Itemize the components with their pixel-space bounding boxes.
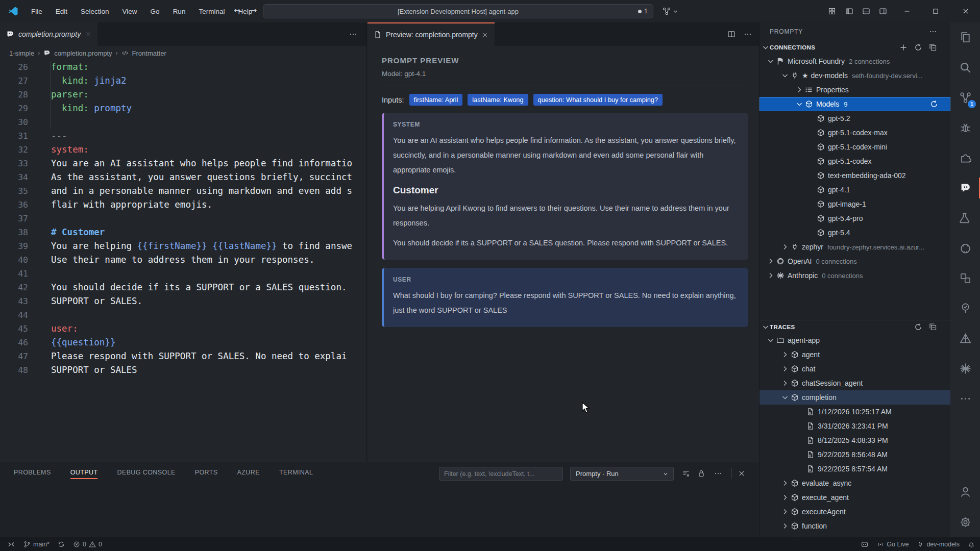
tree-item-model[interactable]: gpt-4.1 <box>760 183 950 197</box>
activity-testing[interactable] <box>950 203 980 233</box>
connections-section-header[interactable]: CONNECTIONS <box>760 41 950 54</box>
tree-item-model[interactable]: gpt-5.4 <box>760 226 950 240</box>
window-close-icon[interactable] <box>962 7 970 15</box>
tree-item-model[interactable]: gpt-image-1 <box>760 197 950 211</box>
activity-references[interactable] <box>950 263 980 293</box>
tab-close-icon[interactable] <box>482 32 488 38</box>
editor-actions-more-icon[interactable] <box>349 30 357 38</box>
git-branch-status[interactable]: main* <box>23 541 50 548</box>
tab-output[interactable]: OUTPUT <box>70 462 98 483</box>
tree-item-microsoft-foundry[interactable]: Microsoft Foundry2 connections <box>760 54 950 68</box>
toggle-secondary-sidebar-icon[interactable] <box>879 7 887 15</box>
tree-item-trace-run[interactable]: 3/31/2026 3:23:41 PM <box>760 419 950 433</box>
problems-status[interactable]: 0 0 <box>73 541 102 548</box>
settings-button[interactable] <box>950 507 980 537</box>
nav-back-icon[interactable]: ← <box>234 6 240 15</box>
tab-problems[interactable]: PROBLEMS <box>14 462 51 483</box>
menu-edit[interactable]: Edit <box>49 4 74 19</box>
breadcrumb-folder[interactable]: 1-simple <box>9 49 34 57</box>
activity-source-control[interactable]: 1 <box>950 83 980 113</box>
tab-ports[interactable]: PORTS <box>195 462 218 483</box>
remote-indicator[interactable] <box>7 540 15 548</box>
lock-scroll-icon[interactable] <box>697 469 705 478</box>
tree-item-properties[interactable]: Properties <box>760 83 950 97</box>
tab-debug-console[interactable]: DEBUG CONSOLE <box>117 462 175 483</box>
toggle-sidebar-icon[interactable] <box>845 7 853 15</box>
activity-debug[interactable] <box>950 113 980 143</box>
go-live-button[interactable]: Go Live <box>877 541 909 548</box>
code-editor[interactable]: 26format: 27 kind: jinja2 28parser: 29 k… <box>0 60 366 462</box>
activity-github[interactable] <box>950 233 980 263</box>
tree-item-model[interactable]: gpt-5.2 <box>760 111 950 126</box>
traces-section-header[interactable]: TRACES <box>760 320 950 333</box>
refresh-connections-icon[interactable] <box>914 43 922 52</box>
panel-more-actions-icon[interactable] <box>714 469 722 478</box>
command-center-search[interactable]: [Extension Development Host] agent-app 1 <box>263 4 653 18</box>
tree-item-trace-clipped[interactable] <box>760 533 950 537</box>
tab-azure[interactable]: AZURE <box>237 462 260 483</box>
tree-item-trace[interactable]: executeAgent <box>760 505 950 519</box>
tree-item-dev-models[interactable]: ★ dev-modelsseth-foundry-dev.servi... <box>760 68 950 83</box>
tree-item-model[interactable]: gpt-5.1-codex <box>760 154 950 168</box>
menu-file[interactable]: File <box>24 4 49 19</box>
tree-item-zephyr[interactable]: zephyrfoundry-zephyr.services.ai.azur... <box>760 240 950 254</box>
tree-item-trace-run[interactable]: 9/22/2025 8:56:48 AM <box>760 447 950 462</box>
menu-terminal[interactable]: Terminal <box>192 4 231 19</box>
tree-item-model[interactable]: gpt-5.1-codex-max <box>760 126 950 140</box>
nav-forward-icon[interactable]: → <box>250 6 257 15</box>
tree-item-trace[interactable]: chatSession_agent <box>760 376 950 390</box>
tree-item-model[interactable]: text-embedding-ada-002 <box>760 168 950 183</box>
tab-preview-completion-prompty[interactable]: Preview: completion.prompty <box>368 22 495 46</box>
activity-triangle-tool[interactable] <box>950 323 980 354</box>
refresh-models-icon[interactable] <box>930 100 938 108</box>
tab-completion-prompty[interactable]: completion.prompty <box>0 22 97 46</box>
add-connection-icon[interactable] <box>899 43 908 52</box>
menu-view[interactable]: View <box>116 4 144 19</box>
tree-item-openai[interactable]: OpenAI0 connections <box>760 254 950 268</box>
session-dropdown-button[interactable] <box>663 5 679 18</box>
activity-extensions[interactable] <box>950 143 980 173</box>
tab-terminal[interactable]: TERMINAL <box>279 462 313 483</box>
activity-search[interactable] <box>950 53 980 83</box>
input-chip-question[interactable]: question: What should I buy for camping? <box>533 94 663 106</box>
tree-item-trace[interactable]: chat <box>760 362 950 376</box>
breadcrumb-file[interactable]: completion.prompty <box>54 49 112 57</box>
tree-item-agent-app[interactable]: agent-app <box>760 333 950 347</box>
customize-layout-icon[interactable] <box>828 7 836 15</box>
output-channel-select[interactable]: Prompty · Run <box>570 467 674 481</box>
menu-selection[interactable]: Selection <box>74 4 116 19</box>
window-minimize-icon[interactable] <box>903 7 911 15</box>
close-panel-icon[interactable] <box>738 469 746 478</box>
tree-item-trace-run[interactable]: 1/12/2026 10:25:17 AM <box>760 405 950 419</box>
tree-item-trace-run[interactable]: 9/22/2025 8:57:54 AM <box>760 462 950 476</box>
split-editor-icon[interactable] <box>727 30 736 38</box>
input-chip-lastname[interactable]: lastName: Kwong <box>468 94 528 106</box>
activity-prompty[interactable] <box>950 173 980 203</box>
tree-item-trace-run[interactable]: 8/12/2025 4:08:33 PM <box>760 433 950 447</box>
clear-output-icon[interactable] <box>682 469 690 478</box>
tree-item-trace[interactable]: evaluate_async <box>760 476 950 490</box>
tree-item-trace[interactable]: execute_agent <box>760 490 950 505</box>
tree-item-models[interactable]: Models9 <box>760 97 950 111</box>
collapse-all-icon[interactable] <box>929 43 937 52</box>
collapse-all-icon[interactable] <box>929 323 937 331</box>
refresh-traces-icon[interactable] <box>914 323 922 331</box>
sync-button[interactable] <box>58 541 65 548</box>
account-button[interactable] <box>950 477 980 507</box>
output-filter-input[interactable]: Filter (e.g. text, !excludeText, t... <box>439 467 563 481</box>
window-maximize-icon[interactable] <box>932 7 940 15</box>
notifications-button[interactable] <box>968 541 975 548</box>
breadcrumb-symbol[interactable]: Frontmatter <box>132 49 166 57</box>
tree-item-trace[interactable]: function <box>760 519 950 533</box>
copilot-status[interactable] <box>861 540 869 548</box>
toggle-panel-icon[interactable] <box>862 7 870 15</box>
tab-close-icon[interactable] <box>85 31 91 38</box>
activity-claude[interactable] <box>950 354 980 384</box>
input-chip-firstname[interactable]: firstName: April <box>409 94 463 106</box>
activity-more-views[interactable] <box>950 384 980 414</box>
menu-go[interactable]: Go <box>144 4 166 19</box>
tree-item-model[interactable]: gpt-5.4-pro <box>760 211 950 226</box>
sidebar-more-actions-icon[interactable] <box>929 28 937 36</box>
editor-actions-more-icon[interactable] <box>744 30 752 38</box>
tree-item-trace[interactable]: agent <box>760 347 950 362</box>
